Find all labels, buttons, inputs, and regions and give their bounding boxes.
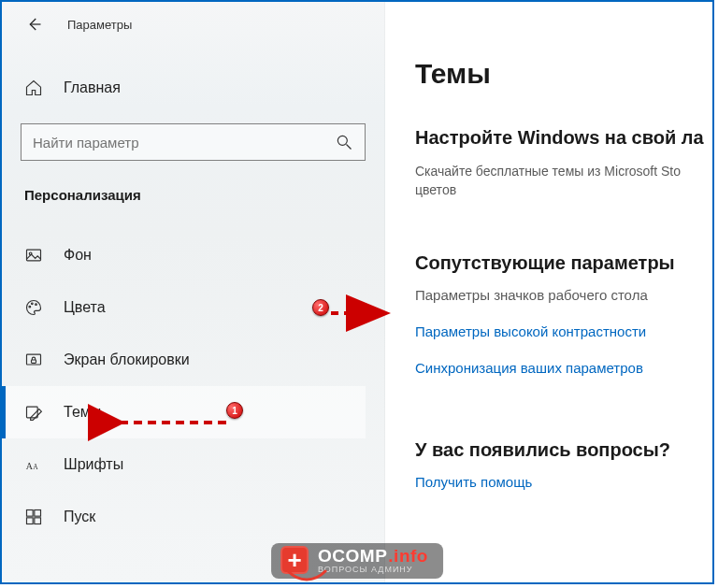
svg-rect-15 — [27, 518, 34, 524]
link-high-contrast[interactable]: Параметры высокой контрастности — [415, 323, 712, 339]
sidebar-item-label: Экран блокировки — [64, 351, 190, 368]
sidebar: Параметры Главная Персонализация — [2, 2, 385, 582]
sidebar-item-label: Цвета — [64, 299, 106, 316]
svg-point-6 — [32, 303, 34, 305]
palette-icon — [24, 298, 43, 317]
picture-icon — [24, 246, 43, 265]
sidebar-item-label: Шрифты — [64, 456, 123, 473]
page-title: Темы — [415, 58, 712, 90]
link-sync-settings[interactable]: Синхронизация ваших параметров — [415, 360, 712, 376]
watermark-swoosh-icon — [286, 569, 327, 582]
lockscreen-icon — [24, 351, 43, 369]
search-box[interactable] — [21, 123, 366, 161]
sidebar-item-label: Пуск — [64, 509, 95, 525]
svg-rect-13 — [27, 510, 34, 517]
sidebar-body: Главная Персонализация Фон Цв — [2, 47, 384, 543]
customize-heading: Настройте Windows на свой ла — [415, 127, 712, 149]
sidebar-item-lockscreen[interactable]: Экран блокировки — [21, 334, 366, 386]
watermark: + OCOMP.info ВОПРОСЫ АДМИНУ — [271, 543, 443, 579]
watermark-text: OCOMP.info ВОПРОСЫ АДМИНУ — [318, 546, 428, 574]
link-get-help[interactable]: Получить помощь — [415, 474, 712, 490]
content-pane: Темы Настройте Windows на свой ла Скачай… — [385, 2, 712, 582]
sidebar-item-start[interactable]: Пуск — [21, 491, 366, 543]
search-icon — [335, 133, 353, 151]
app-title: Параметры — [67, 18, 132, 32]
svg-point-1 — [337, 136, 347, 145]
sidebar-home-label: Главная — [64, 79, 121, 96]
back-button[interactable] — [24, 15, 43, 34]
themes-icon — [24, 403, 43, 422]
sidebar-item-label: Темы — [64, 404, 101, 421]
help-heading: У вас появились вопросы? — [415, 439, 712, 461]
sidebar-home[interactable]: Главная — [21, 62, 366, 114]
svg-point-5 — [29, 306, 31, 308]
sidebar-item-fonts[interactable]: AA Шрифты — [21, 438, 366, 491]
start-icon — [24, 508, 43, 526]
titlebar: Параметры — [2, 2, 384, 47]
arrow-left-icon — [25, 16, 42, 33]
svg-rect-16 — [35, 518, 41, 524]
svg-rect-3 — [27, 250, 41, 261]
annotation-arrow-2 — [327, 305, 395, 326]
customize-description: Скачайте бесплатные темы из Microsoft St… — [415, 162, 712, 200]
category-title: Персонализация — [21, 174, 366, 229]
svg-line-2 — [347, 145, 352, 150]
help-section: У вас появились вопросы? Получить помощь — [415, 439, 712, 510]
watermark-brand: OCOMP — [318, 546, 387, 566]
home-icon — [24, 79, 43, 97]
sidebar-item-background[interactable]: Фон — [21, 229, 366, 281]
related-heading: Сопутствующие параметры — [415, 252, 712, 274]
link-desktop-icons[interactable]: Параметры значков рабочего стола — [415, 287, 712, 303]
annotation-arrow-1 — [108, 415, 230, 437]
fonts-icon: AA — [24, 455, 43, 474]
watermark-subtitle: ВОПРОСЫ АДМИНУ — [318, 565, 428, 574]
svg-text:A: A — [33, 463, 38, 471]
search-input[interactable] — [33, 135, 335, 151]
watermark-tld: .info — [388, 546, 428, 566]
settings-window: Параметры Главная Персонализация — [0, 0, 714, 584]
svg-rect-9 — [32, 360, 36, 363]
svg-rect-14 — [35, 510, 41, 517]
svg-point-7 — [36, 304, 37, 306]
sidebar-item-label: Фон — [64, 247, 92, 264]
